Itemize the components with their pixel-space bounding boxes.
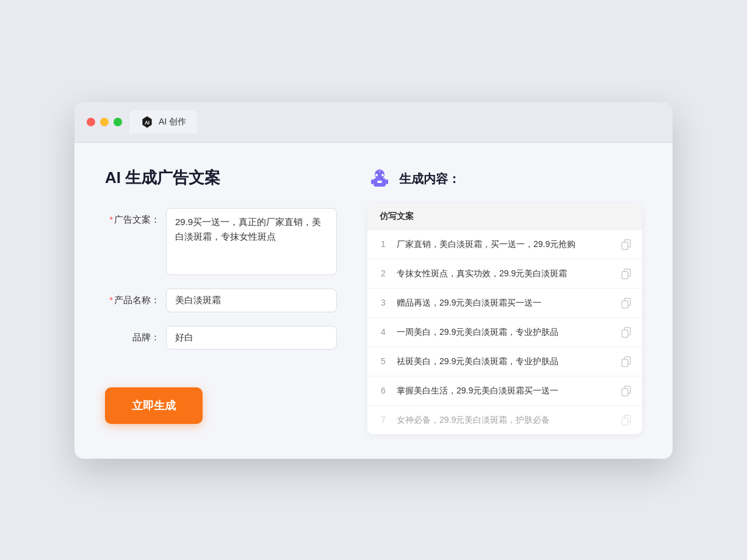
row-text: 厂家直销，美白淡斑霜，买一送一，29.9元抢购 <box>397 238 613 251</box>
result-table: 仿写文案 1 厂家直销，美白淡斑霜，买一送一，29.9元抢购 2 专抹女性斑点，… <box>367 204 642 434</box>
result-row: 6 掌握美白生活，29.9元美白淡斑霜买一送一 <box>367 376 642 406</box>
brand-label: 品牌： <box>105 326 160 343</box>
copy-icon[interactable] <box>620 384 632 397</box>
ai-hex-icon: AI <box>140 115 154 129</box>
titlebar: AI AI 创作 <box>74 102 673 143</box>
maximize-button[interactable] <box>114 118 122 126</box>
row-text: 祛斑美白，29.9元美白淡斑霜，专业护肤品 <box>397 355 613 368</box>
row-number: 4 <box>377 327 389 337</box>
minimize-button[interactable] <box>100 118 109 126</box>
svg-rect-24 <box>622 418 628 425</box>
form-row-brand: 品牌： <box>105 326 337 350</box>
page-title: AI 生成广告文案 <box>105 167 337 188</box>
row-number: 5 <box>377 356 389 366</box>
form-row-product-name: *产品名称： <box>105 289 337 312</box>
row-text: 专抹女性斑点，真实功效，29.9元美白淡斑霜 <box>397 267 613 280</box>
product-name-label: *产品名称： <box>105 289 160 306</box>
svg-rect-8 <box>379 170 380 173</box>
svg-rect-9 <box>371 179 374 184</box>
result-table-header: 仿写文案 <box>367 204 642 230</box>
svg-rect-16 <box>622 301 628 308</box>
right-panel: 生成内容： 仿写文案 1 厂家直销，美白淡斑霜，买一送一，29.9元抢购 2 <box>367 167 642 434</box>
row-text: 一周美白，29.9元美白淡斑霜，专业护肤品 <box>397 326 613 339</box>
svg-rect-10 <box>386 179 388 184</box>
row-number: 7 <box>377 415 389 425</box>
left-panel: AI 生成广告文案 *广告文案： 29.9买一送一，真正的厂家直销，美白淡斑霜，… <box>105 167 337 434</box>
tab-label: AI 创作 <box>159 117 186 127</box>
svg-rect-18 <box>622 330 628 337</box>
row-number: 3 <box>377 298 389 307</box>
svg-rect-6 <box>377 181 382 183</box>
result-row: 4 一周美白，29.9元美白淡斑霜，专业护肤品 <box>367 318 642 347</box>
required-star-2: * <box>109 295 113 305</box>
svg-point-4 <box>375 174 378 176</box>
result-row-dimmed: 7 女神必备，29.9元美白淡斑霜，护肤必备 <box>367 406 642 434</box>
ad-copy-input[interactable]: 29.9买一送一，真正的厂家直销，美白淡斑霜，专抹女性斑点 <box>166 208 337 275</box>
browser-content: AI 生成广告文案 *广告文案： 29.9买一送一，真正的厂家直销，美白淡斑霜，… <box>74 143 673 459</box>
svg-rect-20 <box>622 359 628 367</box>
browser-window: AI AI 创作 AI 生成广告文案 *广告文案： 29.9买一送一，真正的厂家… <box>74 102 673 459</box>
result-row: 1 厂家直销，美白淡斑霜，买一送一，29.9元抢购 <box>367 230 642 259</box>
ad-copy-label: *广告文案： <box>105 208 160 226</box>
result-row: 2 专抹女性斑点，真实功效，29.9元美白淡斑霜 <box>367 259 642 289</box>
row-text: 女神必备，29.9元美白淡斑霜，护肤必备 <box>397 414 613 426</box>
row-number: 2 <box>377 268 389 278</box>
row-number: 6 <box>377 386 389 395</box>
result-title: 生成内容： <box>399 171 460 187</box>
ai-tab[interactable]: AI AI 创作 <box>129 110 197 134</box>
copy-icon[interactable] <box>620 296 632 309</box>
main-layout: AI 生成广告文案 *广告文案： 29.9买一送一，真正的厂家直销，美白淡斑霜，… <box>105 167 642 434</box>
row-text: 赠品再送，29.9元美白淡斑霜买一送一 <box>397 296 613 309</box>
copy-icon[interactable] <box>620 326 632 338</box>
copy-icon[interactable] <box>620 267 632 279</box>
copy-icon[interactable] <box>620 414 632 426</box>
svg-point-5 <box>381 174 384 176</box>
brand-input[interactable] <box>166 326 337 350</box>
svg-rect-12 <box>622 242 628 249</box>
required-star: * <box>109 214 113 224</box>
svg-rect-22 <box>622 389 628 396</box>
result-header: 生成内容： <box>367 167 642 192</box>
svg-text:AI: AI <box>145 120 150 125</box>
product-name-input[interactable] <box>166 289 337 312</box>
svg-rect-14 <box>622 271 628 279</box>
result-row: 3 赠品再送，29.9元美白淡斑霜买一送一 <box>367 289 642 318</box>
form-row-ad-copy: *广告文案： 29.9买一送一，真正的厂家直销，美白淡斑霜，专抹女性斑点 <box>105 208 337 275</box>
row-number: 1 <box>377 239 389 249</box>
generate-button[interactable]: 立即生成 <box>105 387 203 424</box>
robot-icon <box>367 167 392 192</box>
result-row: 5 祛斑美白，29.9元美白淡斑霜，专业护肤品 <box>367 347 642 376</box>
copy-icon[interactable] <box>620 238 632 250</box>
row-text: 掌握美白生活，29.9元美白淡斑霜买一送一 <box>397 384 613 397</box>
traffic-lights <box>87 118 122 126</box>
close-button[interactable] <box>87 118 95 126</box>
copy-icon[interactable] <box>620 355 632 367</box>
